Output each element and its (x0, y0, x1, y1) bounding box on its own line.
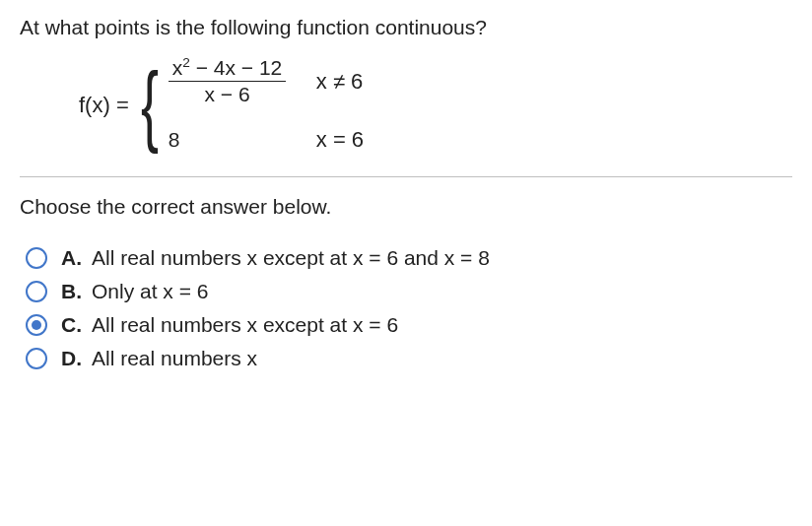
piece1-expression: x2 − 4x − 12 x − 6 (169, 57, 316, 105)
piece1-condition: x ≠ 6 (316, 69, 364, 95)
option-text: All real numbers x except at x = 6 and x… (92, 246, 490, 269)
piece2-condition: x = 6 (316, 127, 364, 153)
radio-icon (26, 281, 47, 302)
fraction-denominator: x − 6 (200, 82, 253, 105)
option-label-c: C.All real numbers x except at x = 6 (61, 313, 398, 337)
piece-row-1: x2 − 4x − 12 x − 6 x ≠ 6 (169, 57, 364, 105)
option-text: Only at x = 6 (92, 280, 208, 302)
piecewise-brace: { (141, 67, 159, 143)
option-d[interactable]: D.All real numbers x (26, 347, 792, 370)
option-letter: B. (61, 280, 82, 302)
option-text: All real numbers x (92, 347, 257, 369)
option-label-a: A.All real numbers x except at x = 6 and… (61, 246, 490, 270)
function-definition: f(x) = { x2 − 4x − 12 x − 6 x ≠ 6 8 x = … (79, 57, 792, 153)
fraction-numerator: x2 − 4x − 12 (169, 57, 287, 82)
option-letter: C. (61, 313, 82, 336)
option-letter: D. (61, 347, 82, 369)
radio-icon (26, 314, 47, 336)
option-b[interactable]: B.Only at x = 6 (26, 280, 792, 303)
piece-row-2: 8 x = 6 (169, 127, 364, 153)
instruction-text: Choose the correct answer below. (20, 195, 792, 219)
option-letter: A. (61, 246, 82, 269)
question-text: At what points is the following function… (20, 16, 792, 39)
piece2-value: 8 (169, 128, 316, 152)
option-c[interactable]: C.All real numbers x except at x = 6 (26, 313, 792, 337)
piecewise-pieces: x2 − 4x − 12 x − 6 x ≠ 6 8 x = 6 (169, 57, 364, 153)
option-label-b: B.Only at x = 6 (61, 280, 208, 303)
radio-icon (26, 247, 47, 269)
divider (20, 176, 792, 177)
option-text: All real numbers x except at x = 6 (92, 313, 398, 336)
option-a[interactable]: A.All real numbers x except at x = 6 and… (26, 246, 792, 270)
fraction: x2 − 4x − 12 x − 6 (169, 57, 287, 105)
radio-icon (26, 348, 47, 369)
options-list: A.All real numbers x except at x = 6 and… (26, 246, 792, 370)
function-lhs: f(x) = (79, 93, 129, 118)
option-label-d: D.All real numbers x (61, 347, 257, 370)
